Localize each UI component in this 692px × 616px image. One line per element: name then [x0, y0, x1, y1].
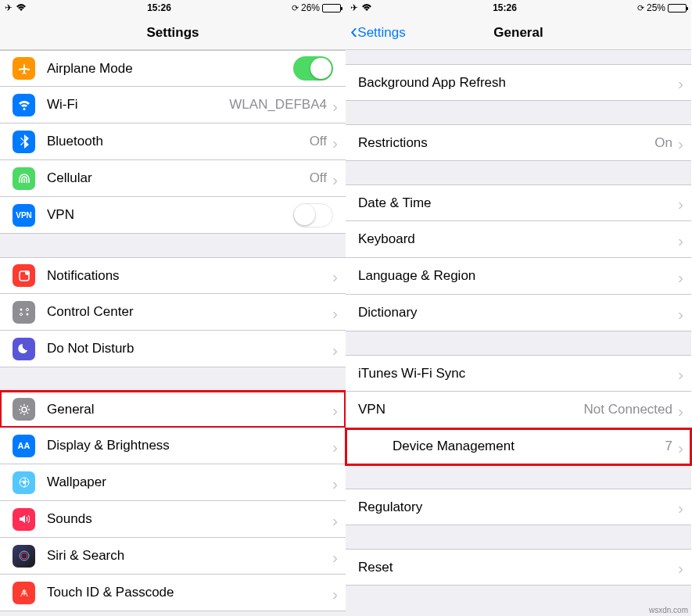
nav-bar: Settings	[0, 16, 346, 50]
airplane-status-icon: ✈	[5, 2, 13, 13]
chevron-right-icon: ›	[678, 75, 683, 91]
page-title: Settings	[0, 25, 346, 41]
row-general[interactable]: General ›	[0, 391, 346, 428]
row-label: Wi-Fi	[47, 97, 229, 113]
siri-icon	[13, 545, 35, 568]
row-label: Device Management	[358, 439, 665, 454]
chevron-right-icon: ›	[678, 135, 683, 152]
svg-point-10	[21, 553, 27, 559]
row-label: Do Not Disturb	[47, 341, 332, 356]
row-sounds[interactable]: Sounds ›	[0, 501, 346, 538]
row-do-not-disturb[interactable]: Do Not Disturb ›	[0, 331, 346, 367]
airplane-toggle[interactable]	[293, 56, 333, 81]
battery-icon	[322, 4, 341, 13]
row-airplane-mode[interactable]: Airplane Mode	[0, 50, 346, 87]
orientation-lock-icon: ⟳	[637, 3, 644, 13]
chevron-right-icon: ›	[332, 268, 338, 285]
row-display[interactable]: AA Display & Brightness ›	[0, 428, 346, 464]
row-label: Sounds	[47, 511, 332, 527]
chevron-left-icon: ‹	[350, 20, 357, 42]
row-wallpaper[interactable]: Wallpaper ›	[0, 464, 346, 501]
bluetooth-icon	[13, 131, 35, 153]
chevron-right-icon: ›	[332, 134, 338, 151]
settings-pane: ✈ 15:26 ⟳ 26% Settings Airplane Mode W	[0, 0, 346, 616]
row-label: Cellular	[47, 170, 310, 186]
row-label: VPN	[358, 402, 584, 417]
row-keyboard[interactable]: Keyboard ›	[346, 221, 691, 258]
row-reset[interactable]: Reset ›	[346, 549, 691, 586]
row-notifications[interactable]: Notifications ›	[0, 257, 346, 294]
svg-point-6	[22, 407, 27, 412]
row-value: Off	[310, 134, 327, 149]
svg-point-3	[26, 309, 28, 311]
battery-percent: 25%	[647, 2, 665, 13]
row-label: Touch ID & Passcode	[47, 585, 332, 600]
row-label: Background App Refresh	[358, 75, 678, 91]
row-date-time[interactable]: Date & Time ›	[346, 184, 691, 221]
chevron-right-icon: ›	[332, 549, 338, 565]
row-label: General	[47, 402, 332, 417]
notifications-icon	[13, 264, 35, 287]
row-itunes-sync[interactable]: iTunes Wi-Fi Sync ›	[346, 355, 691, 392]
back-button[interactable]: ‹ Settings	[346, 23, 406, 42]
chevron-right-icon: ›	[678, 500, 683, 516]
fingerprint-icon	[13, 582, 35, 604]
chevron-right-icon: ›	[678, 232, 683, 249]
row-value: WLAN_DEFBA4	[229, 97, 327, 113]
row-control-center[interactable]: Control Center ›	[0, 294, 346, 331]
chevron-right-icon: ›	[332, 305, 338, 321]
chevron-right-icon: ›	[678, 403, 683, 419]
row-label: Wallpaper	[47, 475, 332, 490]
general-pane: ✈ 15:26 ⟳ 25% ‹ Settings General Backgro…	[346, 0, 691, 616]
status-time: 15:26	[27, 2, 292, 13]
chevron-right-icon: ›	[678, 195, 683, 212]
row-restrictions[interactable]: Restrictions On ›	[346, 124, 691, 161]
battery-percent: 26%	[301, 2, 320, 13]
chevron-right-icon: ›	[678, 366, 683, 382]
sounds-icon	[13, 508, 35, 531]
svg-point-2	[20, 309, 22, 311]
vpn-toggle[interactable]	[293, 203, 333, 227]
row-vpn[interactable]: VPN Not Connected ›	[346, 392, 691, 428]
wifi-status-icon	[361, 4, 372, 12]
svg-point-4	[20, 313, 22, 316]
status-bar: ✈ 15:26 ⟳ 26%	[0, 0, 346, 16]
vpn-icon: VPN	[13, 204, 35, 227]
row-value: Not Connected	[584, 402, 672, 417]
row-cellular[interactable]: Cellular Off ›	[0, 160, 346, 197]
row-bluetooth[interactable]: Bluetooth Off ›	[0, 124, 346, 160]
svg-point-5	[26, 313, 28, 316]
row-dictionary[interactable]: Dictionary ›	[346, 295, 691, 331]
chevron-right-icon: ›	[332, 342, 338, 358]
watermark: wsxdn.com	[649, 606, 688, 614]
row-label: Reset	[358, 560, 678, 575]
orientation-lock-icon: ⟳	[292, 3, 299, 13]
chevron-right-icon: ›	[332, 171, 338, 188]
row-touchid[interactable]: Touch ID & Passcode ›	[0, 575, 346, 611]
nav-bar: ‹ Settings General	[346, 16, 691, 50]
gear-icon	[13, 398, 35, 421]
chevron-right-icon: ›	[332, 586, 338, 602]
airplane-icon	[13, 57, 35, 80]
airplane-status-icon: ✈	[350, 2, 358, 13]
row-background-refresh[interactable]: Background App Refresh ›	[346, 64, 691, 101]
row-label: Dictionary	[358, 305, 678, 321]
row-siri[interactable]: Siri & Search ›	[0, 538, 346, 575]
status-bar: ✈ 15:26 ⟳ 25%	[346, 0, 691, 16]
row-regulatory[interactable]: Regulatory ›	[346, 489, 691, 525]
control-center-icon	[13, 301, 35, 324]
wifi-icon	[13, 94, 35, 116]
chevron-right-icon: ›	[332, 439, 338, 455]
chevron-right-icon: ›	[332, 475, 338, 492]
row-wifi[interactable]: Wi-Fi WLAN_DEFBA4 ›	[0, 87, 346, 124]
row-language[interactable]: Language & Region ›	[346, 258, 691, 295]
row-value: 7	[665, 439, 672, 454]
row-label: Notifications	[47, 268, 332, 284]
cellular-icon	[13, 167, 35, 190]
row-device-management[interactable]: Device Management 7 ›	[346, 428, 691, 465]
row-value: On	[654, 135, 672, 151]
row-vpn[interactable]: VPN VPN	[0, 197, 346, 234]
back-label: Settings	[357, 25, 405, 41]
row-label: Control Center	[47, 304, 332, 320]
row-label: Airplane Mode	[47, 61, 293, 77]
